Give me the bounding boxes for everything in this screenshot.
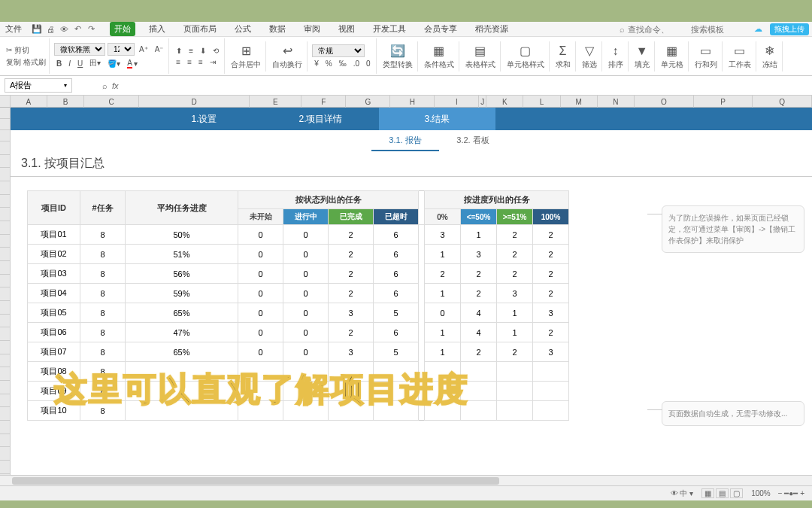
comma-button[interactable]: ‰ bbox=[337, 59, 349, 68]
sort-button[interactable]: ↕排序 bbox=[604, 41, 629, 71]
view-buttons[interactable]: ▦▤▢ bbox=[701, 489, 744, 497]
increase-decimal-button[interactable]: 0 bbox=[364, 59, 373, 68]
name-box[interactable]: A报告▾ bbox=[5, 78, 72, 93]
col-header[interactable]: Q bbox=[753, 96, 812, 108]
th-p0[interactable]: 0% bbox=[425, 209, 461, 225]
eye-icon[interactable]: 👁 中 ▾ bbox=[671, 488, 694, 499]
cell-format-button[interactable]: ▢单元格样式 bbox=[502, 41, 550, 71]
col-header[interactable]: F bbox=[301, 96, 346, 108]
align-bottom-button[interactable]: ⬇ bbox=[198, 46, 208, 56]
command-search-input[interactable] bbox=[628, 25, 688, 34]
copy-button[interactable]: 复制 bbox=[6, 57, 21, 68]
cond-format-button[interactable]: ▦条件格式 bbox=[420, 41, 459, 71]
nav-tab-settings[interactable]: 1.设置 bbox=[146, 108, 262, 130]
nav-tab-details[interactable]: 2.项目详情 bbox=[262, 108, 379, 130]
sum-button[interactable]: Σ求和 bbox=[551, 41, 576, 71]
col-header[interactable]: K bbox=[486, 96, 523, 108]
ribbon-tab-3[interactable]: 公式 bbox=[230, 22, 256, 36]
ribbon-tab-9[interactable]: 稻壳资源 bbox=[471, 22, 513, 36]
zoom-label[interactable]: 100% bbox=[751, 489, 771, 497]
ribbon-tab-2[interactable]: 页面布局 bbox=[179, 22, 221, 36]
underline-button[interactable]: U bbox=[75, 59, 85, 68]
font-color-button[interactable]: A▾ bbox=[125, 58, 140, 69]
ribbon-tab-1[interactable]: 插入 bbox=[144, 22, 170, 36]
type-convert-button[interactable]: 🔄类型转换 bbox=[378, 41, 418, 71]
ribbon-tab-7[interactable]: 开发工具 bbox=[368, 22, 411, 36]
table-row[interactable]: 项目04859%00261232 bbox=[28, 284, 569, 303]
decrease-font-button[interactable]: A⁻ bbox=[153, 44, 166, 54]
border-button[interactable]: 田▾ bbox=[87, 57, 103, 69]
italic-button[interactable]: I bbox=[66, 59, 73, 68]
align-right-button[interactable]: ≡ bbox=[196, 57, 205, 67]
cloud-icon[interactable]: ☁ bbox=[754, 24, 762, 34]
col-header[interactable]: E bbox=[250, 96, 301, 108]
col-header[interactable]: N bbox=[598, 96, 635, 108]
table-row[interactable]: 项目07865%00351223 bbox=[28, 342, 569, 362]
zoom-slider[interactable]: − ━●━ + bbox=[778, 489, 804, 497]
col-header[interactable]: L bbox=[523, 96, 560, 108]
subtab-report[interactable]: 3.1. 报告 bbox=[371, 130, 439, 151]
sheet-button[interactable]: ▭工作表 bbox=[724, 41, 756, 71]
col-header[interactable]: O bbox=[635, 96, 694, 108]
table-row[interactable]: 项目01850%00263122 bbox=[28, 225, 569, 245]
indent-button[interactable]: ⇥ bbox=[208, 57, 218, 67]
template-search-input[interactable] bbox=[691, 25, 751, 34]
search-fx-icon[interactable]: ⌕ bbox=[102, 81, 108, 90]
table-row[interactable]: 项目02851%00261322 bbox=[28, 245, 569, 264]
ribbon-tab-5[interactable]: 审阅 bbox=[299, 22, 325, 36]
format-painter-button[interactable]: 格式刷 bbox=[23, 57, 46, 68]
col-header[interactable]: H bbox=[390, 96, 435, 108]
redo-icon[interactable]: ↷ bbox=[86, 24, 96, 35]
subtab-kanban[interactable]: 3.2. 看板 bbox=[439, 130, 507, 151]
align-top-button[interactable]: ⬆ bbox=[174, 46, 184, 56]
font-select[interactable]: 微软雅黑 bbox=[54, 43, 105, 56]
col-header[interactable]: M bbox=[561, 96, 598, 108]
cells-button[interactable]: ▦单元格 bbox=[656, 41, 689, 71]
fill-button[interactable]: ▼填充 bbox=[630, 41, 655, 71]
rowcol-button[interactable]: ▭行和列 bbox=[690, 41, 723, 71]
search-icon: ⌕ bbox=[620, 25, 625, 34]
col-header[interactable]: C bbox=[84, 96, 139, 108]
align-center-button[interactable]: ≡ bbox=[185, 57, 194, 67]
horizontal-scrollbar[interactable] bbox=[0, 475, 812, 485]
ribbon-tab-8[interactable]: 会员专享 bbox=[420, 22, 462, 36]
fill-color-button[interactable]: 🪣▾ bbox=[105, 59, 123, 68]
undo-icon[interactable]: ↶ bbox=[72, 24, 83, 35]
col-header[interactable]: D bbox=[139, 96, 250, 108]
orientation-button[interactable]: ⟲ bbox=[211, 46, 221, 56]
col-header[interactable]: I bbox=[435, 96, 479, 108]
ribbon-tab-0[interactable]: 开始 bbox=[110, 22, 135, 36]
ribbon-tab-4[interactable]: 数据 bbox=[265, 22, 290, 36]
freeze-button[interactable]: ❄冻结 bbox=[758, 41, 783, 71]
col-header[interactable]: J bbox=[479, 96, 486, 108]
filter-button[interactable]: ▽筛选 bbox=[577, 41, 602, 71]
table-row[interactable]: 项目06847%00261412 bbox=[28, 323, 569, 342]
table-row[interactable]: 项目03856%00262222 bbox=[28, 264, 569, 284]
col-header[interactable]: G bbox=[346, 96, 390, 108]
align-left-button[interactable]: ≡ bbox=[174, 57, 183, 67]
nav-tab-results[interactable]: 3.结果 bbox=[379, 108, 495, 130]
table-row[interactable]: 项目05865%00350413 bbox=[28, 303, 569, 323]
merge-button[interactable]: ⊞合并居中 bbox=[226, 41, 266, 71]
bold-button[interactable]: B bbox=[54, 59, 64, 68]
ribbon-tab-6[interactable]: 视图 bbox=[334, 22, 359, 36]
decrease-decimal-button[interactable]: .0 bbox=[351, 59, 362, 68]
currency-button[interactable]: ¥ bbox=[312, 59, 321, 68]
cut-button[interactable]: 剪切 bbox=[14, 45, 29, 56]
align-middle-button[interactable]: ≡ bbox=[186, 46, 195, 56]
save-icon[interactable]: 💾 bbox=[32, 24, 42, 35]
table-format-button[interactable]: ▤表格样式 bbox=[461, 41, 501, 71]
increase-font-button[interactable]: A⁺ bbox=[137, 44, 150, 54]
number-format-select[interactable]: 常规 bbox=[312, 44, 365, 57]
col-header[interactable]: B bbox=[47, 96, 84, 108]
print-icon[interactable]: 🖨 bbox=[45, 24, 56, 35]
col-header[interactable]: P bbox=[694, 96, 753, 108]
col-header[interactable]: A bbox=[11, 96, 47, 108]
percent-button[interactable]: % bbox=[323, 59, 335, 68]
upload-badge[interactable]: 拖拽上传 bbox=[770, 23, 809, 35]
font-size-select[interactable]: 12 bbox=[108, 43, 135, 56]
preview-icon[interactable]: 👁 bbox=[59, 24, 69, 35]
wrap-button[interactable]: ↩自动换行 bbox=[268, 41, 308, 71]
cut-icon[interactable]: ✂ bbox=[6, 46, 12, 54]
menu-file[interactable]: 文件 bbox=[3, 23, 24, 35]
